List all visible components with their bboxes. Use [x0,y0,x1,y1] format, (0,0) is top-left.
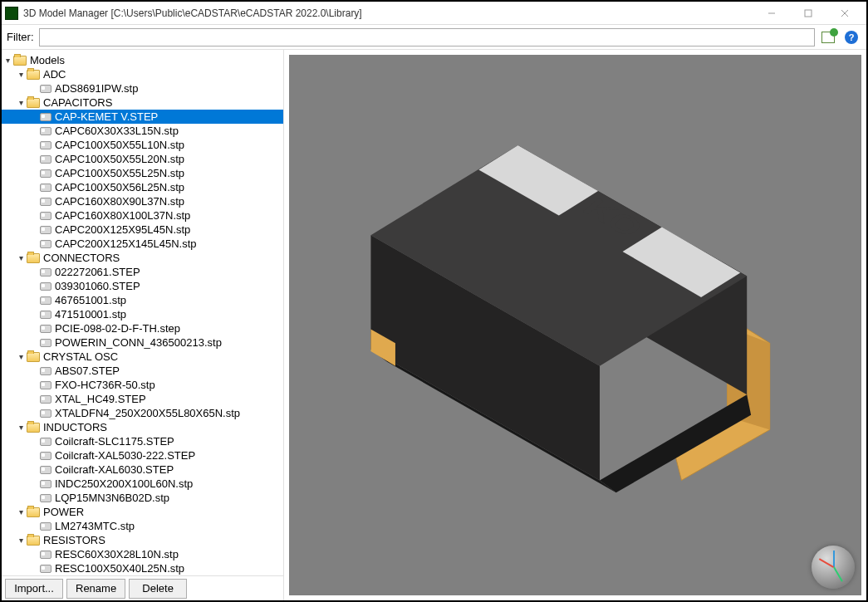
tree-file[interactable]: Coilcraft-XAL5030-222.STEP [2,448,283,463]
filter-input[interactable] [39,28,816,46]
file-icon [40,127,51,135]
tree-node-label: CAPC100X50X55L10N.stp [55,139,184,151]
tree-root[interactable]: ▾Models [2,53,283,67]
tree-node-label: INDC250X200X100L60N.stp [55,477,193,490]
tree-file[interactable]: PCIE-098-02-D-F-TH.step [2,321,283,335]
file-icon [40,339,51,347]
tree-file[interactable]: 467651001.stp [2,293,283,307]
3d-viewport[interactable]: KO [289,55,861,595]
app-window: 3D Model Manager [C:\Users\Public\eCADST… [0,0,868,602]
tree-node-label: ADS8691IPW.stp [55,82,138,95]
tree-file[interactable]: CAPC100X50X55L20N.stp [2,152,283,166]
tree-node-label: ABS07.STEP [55,365,120,377]
tree-node-label: CAPC100X50X56L25N.stp [55,181,184,193]
tree-node-label: CAP-KEMET V.STEP [55,110,158,123]
tree-buttons: Import... Rename Delete [2,575,283,600]
view-gizmo[interactable] [812,546,855,589]
tree-file[interactable]: 471510001.stp [2,307,283,321]
tree-folder[interactable]: ▾RESISTORS [2,533,283,547]
model-preview: KO [289,55,861,595]
tree-node-label: POWERIN_CONN_436500213.stp [55,336,222,349]
tree-file[interactable]: CAPC160X80X100L37N.stp [2,208,283,223]
tree-file[interactable]: LM2743MTC.stp [2,519,283,533]
tree-file[interactable]: LQP15MN3N6B02D.stp [2,491,283,505]
tree-file[interactable]: XTALDFN4_250X200X55L80X65N.stp [2,406,283,420]
tree-file[interactable]: CAPC200X125X145L45N.stp [2,237,283,251]
tree-file[interactable]: CAPC100X50X55L25N.stp [2,166,283,180]
tree-folder[interactable]: ▾CRYSTAL OSC [2,350,283,364]
close-button[interactable] [826,2,863,24]
tree-node-label: CAPC200X125X145L45N.stp [55,237,197,250]
filter-row: Filter: ? [2,25,866,50]
file-icon [40,551,51,559]
tree-file[interactable]: ABS07.STEP [2,364,283,378]
model-tree[interactable]: ▾Models▾ADCADS8691IPW.stp▾CAPACITORSCAP-… [2,50,283,575]
tree-node-label: Coilcraft-XAL6030.STEP [55,463,174,476]
file-icon [40,113,51,121]
help-button[interactable]: ? [841,28,861,46]
maximize-button[interactable] [790,2,826,24]
tree-folder[interactable]: ▾ADC [2,67,283,81]
file-icon [40,184,51,192]
tree-file[interactable]: ADS8691IPW.stp [2,81,283,95]
tree-node-label: CAPC100X50X55L20N.stp [55,153,184,165]
folder-icon [27,507,40,517]
tree-node-label: CRYSTAL OSC [43,350,118,363]
tree-file[interactable]: CAP-KEMET V.STEP [2,110,283,124]
tree-node-label: CAPC60X30X33L15N.stp [55,125,179,137]
file-icon [40,452,51,460]
import-button[interactable]: Import... [5,579,63,599]
delete-button[interactable]: Delete [129,579,187,599]
tree-node-label: RESC100X50X40L25N.stp [55,562,184,575]
file-icon [40,367,51,375]
tree-file[interactable]: CAPC60X30X33L15N.stp [2,124,283,138]
tree-file[interactable]: RESC60X30X28L10N.stp [2,547,283,561]
tree-node-label: CAPC160X80X100L37N.stp [55,209,190,222]
tree-node-label: LQP15MN3N6B02D.stp [55,492,169,504]
tree-file[interactable]: CAPC160X80X90L37N.stp [2,194,283,208]
expand-toggle-icon: ▾ [15,253,27,262]
main-area: ▾Models▾ADCADS8691IPW.stp▾CAPACITORSCAP-… [2,50,866,600]
tree-file[interactable]: POWERIN_CONN_436500213.stp [2,335,283,350]
tree-folder[interactable]: ▾CONNECTORS [2,251,283,265]
tree-panel: ▾Models▾ADCADS8691IPW.stp▾CAPACITORSCAP-… [2,50,284,600]
tree-node-label: CAPC160X80X90L37N.stp [55,195,184,208]
file-icon [40,141,51,149]
tree-file[interactable]: CAPC200X125X95L45N.stp [2,223,283,237]
app-icon [5,7,18,20]
file-icon [40,466,51,474]
folder-icon [27,536,40,546]
file-icon [40,565,51,573]
tree-file[interactable]: RESC100X50X40L25N.stp [2,561,283,575]
tree-file[interactable]: INDC250X200X100L60N.stp [2,477,283,491]
tree-file[interactable]: Coilcraft-SLC1175.STEP [2,434,283,448]
tree-node-label: POWER [43,506,84,518]
tree-file[interactable]: XTAL_HC49.STEP [2,392,283,406]
tree-folder[interactable]: ▾INDUCTORS [2,420,283,434]
tree-node-label: 467651001.stp [55,294,126,306]
tree-node-label: Models [30,54,65,66]
tree-node-label: XTAL_HC49.STEP [55,393,146,405]
add-folder-button[interactable] [818,28,838,46]
expand-toggle-icon: ▾ [15,352,27,361]
file-icon [40,311,51,319]
add-folder-icon [821,32,835,43]
tree-file[interactable]: 039301060.STEP [2,279,283,293]
tree-folder[interactable]: ▾CAPACITORS [2,95,283,110]
titlebar: 3D Model Manager [C:\Users\Public\eCADST… [2,2,866,25]
expand-toggle-icon: ▾ [15,423,27,432]
file-icon [40,381,51,389]
tree-file[interactable]: FXO-HC736R-50.stp [2,378,283,392]
filter-label: Filter: [7,31,34,43]
tree-file[interactable]: 022272061.STEP [2,265,283,279]
file-icon [40,212,51,220]
file-icon [40,395,51,404]
tree-folder[interactable]: ▾POWER [2,505,283,519]
folder-icon [27,423,40,433]
tree-file[interactable]: CAPC100X50X56L25N.stp [2,180,283,194]
minimize-button[interactable] [753,2,790,24]
tree-file[interactable]: Coilcraft-XAL6030.STEP [2,463,283,477]
tree-file[interactable]: CAPC100X50X55L10N.stp [2,138,283,152]
rename-button[interactable]: Rename [66,579,125,599]
file-icon [40,494,51,502]
